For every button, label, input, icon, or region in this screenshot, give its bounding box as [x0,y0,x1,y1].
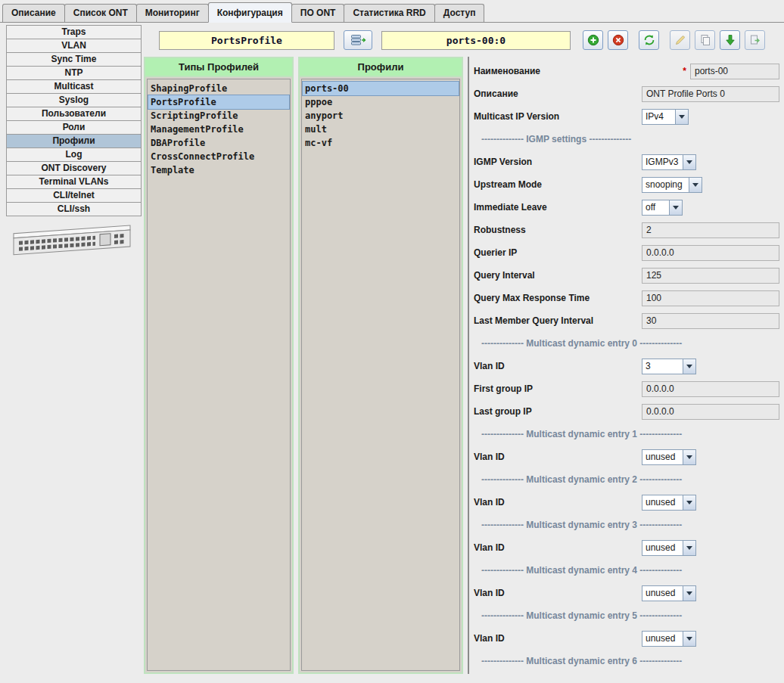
field-label: Robustness [474,225,642,235]
download-button[interactable] [720,30,740,50]
sidebar-item-sync-time[interactable]: Sync Time [6,52,142,67]
sidebar-item-cli-ssh[interactable]: CLI/ssh [6,202,142,216]
query-max-response-time-input[interactable] [642,290,779,306]
first-group-ip-input[interactable] [642,381,779,397]
robustness-input[interactable] [642,222,779,238]
query-interval-input[interactable] [642,268,779,284]
immediate-leave-select[interactable]: off [642,200,683,216]
copy-button[interactable] [695,30,715,50]
form-row: Query Max Response Time [474,287,779,309]
chevron-down-icon[interactable] [683,450,695,464]
chevron-down-icon[interactable] [683,632,695,646]
field-label: Vlan ID [474,452,642,462]
form-row: Robustness [474,219,779,241]
chevron-down-icon[interactable] [683,495,695,510]
sidebar-item-ont-discovery[interactable]: ONT Discovery [6,161,142,175]
copy-icon [699,34,711,46]
combo-value: snooping [642,178,689,192]
querier-ip-input[interactable] [642,245,779,261]
sidebar-item-cli-telnet[interactable]: CLI/telnet [6,188,142,203]
sidebar-item-syslog[interactable]: Syslog [6,93,142,107]
form-section-row: -------------- Multicast dynamic entry 2… [474,468,779,491]
field-label: Last group IP [474,406,642,417]
refresh-button[interactable] [639,30,659,50]
last-group-ip-input[interactable] [642,404,779,420]
last-member-query-interval-input[interactable] [642,313,779,329]
add-button[interactable] [583,30,603,50]
vlan-id-2-select[interactable]: unused [642,495,696,511]
type-item-crossconnect-profile[interactable]: CrossConnectProfile [148,150,289,163]
profile-toolbar [578,30,765,50]
tab-ont-list[interactable]: Список ONT [64,4,137,22]
chevron-down-icon[interactable] [683,541,695,555]
sidebar-item-traps[interactable]: Traps [6,25,142,39]
vlan-id-1-select[interactable]: unused [642,449,696,465]
vlan-id-4-select[interactable]: unused [642,585,696,601]
combo-value: IGMPv3 [642,155,683,169]
profile-item-mult[interactable]: mult [303,123,459,136]
multicast-dynamic-entry-2-header: -------------- Multicast dynamic entry 2… [481,474,682,485]
sidebar-item-terminal-vlans[interactable]: Terminal VLANs [6,175,142,189]
profile-item-pppoe[interactable]: pppoe [303,95,459,109]
type-item-dba-profile[interactable]: DBAProfile [148,136,289,150]
field-label: Vlan ID [474,542,642,553]
sidebar-item-users[interactable]: Пользователи [6,107,142,121]
description-input[interactable] [642,86,779,102]
type-item-management-profile[interactable]: ManagementProfile [148,123,289,136]
chevron-down-icon[interactable] [675,110,688,124]
assign-profile-button[interactable] [344,30,372,50]
igmp-version-select[interactable]: IGMPv3 [642,154,696,170]
tab-ont-firmware[interactable]: ПО ONT [291,4,345,22]
profile-topbar: PortsProfile ports-00:0 [144,30,784,50]
field-label: Наименование [474,66,642,76]
vlan-id-3-select[interactable]: unused [642,540,696,556]
field-label: Query Max Response Time [474,293,642,303]
profile-item-mc-vf[interactable]: mc-vf [303,136,459,150]
profile-item-anyport[interactable]: anyport [303,109,459,123]
sidebar-item-roles[interactable]: Роли [6,120,142,135]
multicast-dynamic-entry-3-header: -------------- Multicast dynamic entry 3… [481,520,682,530]
export-button[interactable] [745,30,765,50]
profiles-title: Профили [300,58,462,77]
form-row: Immediate Leave off [474,196,779,219]
tab-configuration[interactable]: Конфигурация [208,2,292,23]
sidebar-item-profiles[interactable]: Профили [6,134,142,148]
delete-button[interactable] [608,30,628,50]
name-input[interactable] [690,64,779,79]
chevron-down-icon[interactable] [683,359,695,374]
required-asterisk: * [683,66,686,76]
profile-item-ports-00[interactable]: ports-00 [303,82,459,95]
form-row: Multicast IP Version IPv4 [474,105,779,128]
chevron-down-icon[interactable] [689,178,702,192]
field-label: IGMP Version [474,157,642,167]
upstream-mode-select[interactable]: snooping [642,177,702,193]
sidebar-item-vlan[interactable]: VLAN [6,39,142,53]
tab-rrd-statistics[interactable]: Статистика RRD [344,4,434,22]
type-item-ports-profile[interactable]: PortsProfile [148,95,289,109]
tab-monitoring[interactable]: Мониторинг [136,4,209,22]
field-label: Vlan ID [474,497,642,508]
type-item-scripting-profile[interactable]: ScriptingProfile [148,109,289,123]
chevron-down-icon[interactable] [683,586,695,601]
type-item-template[interactable]: Template [148,163,289,177]
edit-button[interactable] [670,30,690,50]
multicast-dynamic-entry-1-header: -------------- Multicast dynamic entry 1… [481,429,682,439]
chevron-down-icon[interactable] [669,200,682,215]
sidebar: Traps VLAN Sync Time NTP Multicast Syslo… [0,23,142,683]
vlan-id-5-select[interactable]: unused [642,631,696,647]
sidebar-item-ntp[interactable]: NTP [6,66,142,80]
sidebar-item-multicast[interactable]: Multicast [6,79,142,94]
export-icon [749,34,761,46]
type-item-shaping-profile[interactable]: ShapingProfile [148,82,289,95]
tab-access[interactable]: Доступ [434,4,485,22]
multicast-ip-version-select[interactable]: IPv4 [642,109,689,125]
tab-description[interactable]: Описание [2,4,65,22]
sidebar-item-log[interactable]: Log [6,147,142,162]
pencil-icon [674,34,686,46]
field-label: Query Interval [474,270,642,281]
vlan-id-0-select[interactable]: 3 [642,359,696,374]
chevron-down-icon[interactable] [683,155,695,169]
combo-value: off [642,200,669,215]
multicast-dynamic-entry-5-header: -------------- Multicast dynamic entry 5… [481,610,682,621]
form-section-row: -------------- Multicast dynamic entry 4… [474,559,779,582]
